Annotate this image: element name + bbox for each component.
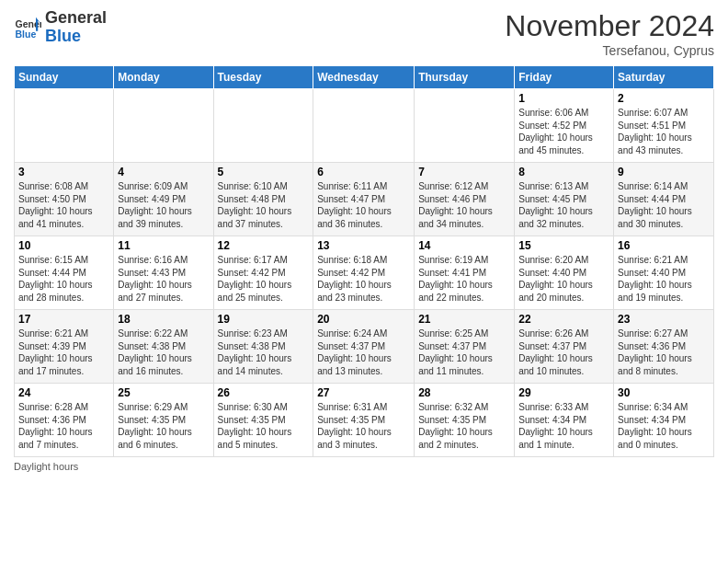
calendar-cell: 12Sunrise: 6:17 AM Sunset: 4:42 PM Dayli… bbox=[213, 236, 313, 310]
month-title: November 2024 bbox=[505, 9, 714, 43]
day-info: Sunrise: 6:09 AM Sunset: 4:49 PM Dayligh… bbox=[118, 180, 209, 230]
calendar-cell: 13Sunrise: 6:18 AM Sunset: 4:42 PM Dayli… bbox=[313, 236, 415, 310]
day-info: Sunrise: 6:08 AM Sunset: 4:50 PM Dayligh… bbox=[18, 180, 109, 230]
svg-text:Blue: Blue bbox=[16, 28, 37, 39]
calendar-cell: 9Sunrise: 6:14 AM Sunset: 4:44 PM Daylig… bbox=[614, 163, 714, 236]
day-info: Sunrise: 6:19 AM Sunset: 4:41 PM Dayligh… bbox=[418, 254, 510, 304]
calendar-cell: 20Sunrise: 6:24 AM Sunset: 4:37 PM Dayli… bbox=[313, 310, 415, 384]
day-number: 28 bbox=[418, 386, 510, 399]
calendar-cell: 7Sunrise: 6:12 AM Sunset: 4:46 PM Daylig… bbox=[415, 163, 515, 236]
day-info: Sunrise: 6:32 AM Sunset: 4:35 PM Dayligh… bbox=[418, 401, 510, 451]
day-number: 11 bbox=[118, 239, 209, 252]
calendar-cell: 19Sunrise: 6:23 AM Sunset: 4:38 PM Dayli… bbox=[213, 310, 313, 384]
day-info: Sunrise: 6:12 AM Sunset: 4:46 PM Dayligh… bbox=[418, 180, 510, 230]
calendar-dow-wednesday: Wednesday bbox=[313, 66, 415, 89]
day-number: 8 bbox=[518, 166, 609, 178]
day-info: Sunrise: 6:10 AM Sunset: 4:48 PM Dayligh… bbox=[218, 180, 310, 230]
day-info: Sunrise: 6:11 AM Sunset: 4:47 PM Dayligh… bbox=[317, 180, 410, 230]
subtitle: Tersefanou, Cyprus bbox=[505, 43, 714, 58]
calendar-cell: 18Sunrise: 6:22 AM Sunset: 4:38 PM Dayli… bbox=[114, 310, 213, 384]
day-info: Sunrise: 6:33 AM Sunset: 4:34 PM Dayligh… bbox=[518, 401, 609, 451]
calendar-cell: 27Sunrise: 6:31 AM Sunset: 4:35 PM Dayli… bbox=[313, 384, 415, 457]
day-info: Sunrise: 6:20 AM Sunset: 4:40 PM Dayligh… bbox=[518, 254, 609, 304]
calendar-cell: 11Sunrise: 6:16 AM Sunset: 4:43 PM Dayli… bbox=[114, 236, 213, 310]
day-info: Sunrise: 6:26 AM Sunset: 4:37 PM Dayligh… bbox=[518, 327, 609, 377]
day-number: 21 bbox=[418, 313, 510, 326]
day-number: 4 bbox=[118, 166, 209, 178]
calendar-cell: 8Sunrise: 6:13 AM Sunset: 4:45 PM Daylig… bbox=[515, 163, 614, 236]
calendar-week-3: 17Sunrise: 6:21 AM Sunset: 4:39 PM Dayli… bbox=[15, 310, 714, 384]
calendar-cell: 6Sunrise: 6:11 AM Sunset: 4:47 PM Daylig… bbox=[313, 163, 415, 236]
calendar-cell bbox=[114, 89, 213, 163]
day-info: Sunrise: 6:21 AM Sunset: 4:39 PM Dayligh… bbox=[18, 327, 109, 377]
logo: General Blue General Blue bbox=[14, 9, 107, 46]
day-number: 25 bbox=[118, 386, 209, 399]
calendar-cell: 3Sunrise: 6:08 AM Sunset: 4:50 PM Daylig… bbox=[15, 163, 114, 236]
daylight-label: Daylight hours bbox=[14, 461, 78, 472]
day-info: Sunrise: 6:06 AM Sunset: 4:52 PM Dayligh… bbox=[518, 107, 609, 156]
calendar-cell: 30Sunrise: 6:34 AM Sunset: 4:34 PM Dayli… bbox=[614, 384, 714, 457]
calendar-week-2: 10Sunrise: 6:15 AM Sunset: 4:44 PM Dayli… bbox=[15, 236, 714, 310]
day-number: 6 bbox=[317, 166, 410, 178]
day-number: 14 bbox=[418, 239, 510, 252]
day-info: Sunrise: 6:18 AM Sunset: 4:42 PM Dayligh… bbox=[317, 254, 410, 304]
day-number: 24 bbox=[18, 386, 109, 399]
calendar-cell: 28Sunrise: 6:32 AM Sunset: 4:35 PM Dayli… bbox=[415, 384, 515, 457]
day-info: Sunrise: 6:30 AM Sunset: 4:35 PM Dayligh… bbox=[218, 401, 310, 451]
calendar-table: SundayMondayTuesdayWednesdayThursdayFrid… bbox=[14, 65, 714, 457]
day-info: Sunrise: 6:15 AM Sunset: 4:44 PM Dayligh… bbox=[18, 254, 109, 304]
calendar-cell bbox=[213, 89, 313, 163]
logo-blue: Blue bbox=[45, 28, 107, 46]
day-number: 13 bbox=[317, 239, 410, 252]
calendar-cell: 10Sunrise: 6:15 AM Sunset: 4:44 PM Dayli… bbox=[15, 236, 114, 310]
calendar-cell: 2Sunrise: 6:07 AM Sunset: 4:51 PM Daylig… bbox=[614, 89, 714, 163]
footer-note: Daylight hours bbox=[14, 461, 714, 472]
day-info: Sunrise: 6:29 AM Sunset: 4:35 PM Dayligh… bbox=[118, 401, 209, 451]
page-container: General Blue General Blue November 2024 … bbox=[0, 0, 728, 481]
day-info: Sunrise: 6:17 AM Sunset: 4:42 PM Dayligh… bbox=[218, 254, 310, 304]
day-number: 27 bbox=[317, 386, 410, 399]
day-number: 5 bbox=[218, 166, 310, 178]
calendar-cell: 17Sunrise: 6:21 AM Sunset: 4:39 PM Dayli… bbox=[15, 310, 114, 384]
day-info: Sunrise: 6:34 AM Sunset: 4:34 PM Dayligh… bbox=[618, 401, 710, 451]
day-number: 7 bbox=[418, 166, 510, 178]
day-number: 1 bbox=[518, 92, 609, 105]
day-info: Sunrise: 6:07 AM Sunset: 4:51 PM Dayligh… bbox=[618, 107, 710, 156]
day-number: 30 bbox=[618, 386, 710, 399]
calendar-cell bbox=[313, 89, 415, 163]
day-number: 20 bbox=[317, 313, 410, 326]
logo-icon: General Blue bbox=[14, 14, 41, 41]
calendar-cell bbox=[415, 89, 515, 163]
calendar-cell: 21Sunrise: 6:25 AM Sunset: 4:37 PM Dayli… bbox=[415, 310, 515, 384]
day-number: 23 bbox=[618, 313, 710, 326]
calendar-cell: 26Sunrise: 6:30 AM Sunset: 4:35 PM Dayli… bbox=[213, 384, 313, 457]
calendar-week-4: 24Sunrise: 6:28 AM Sunset: 4:36 PM Dayli… bbox=[15, 384, 714, 457]
day-number: 3 bbox=[18, 166, 109, 178]
day-number: 19 bbox=[218, 313, 310, 326]
calendar-cell: 4Sunrise: 6:09 AM Sunset: 4:49 PM Daylig… bbox=[114, 163, 213, 236]
day-number: 17 bbox=[18, 313, 109, 326]
day-number: 12 bbox=[218, 239, 310, 252]
calendar-dow-friday: Friday bbox=[515, 66, 614, 89]
day-number: 26 bbox=[218, 386, 310, 399]
day-info: Sunrise: 6:24 AM Sunset: 4:37 PM Dayligh… bbox=[317, 327, 410, 377]
calendar-cell: 25Sunrise: 6:29 AM Sunset: 4:35 PM Dayli… bbox=[114, 384, 213, 457]
calendar-week-1: 3Sunrise: 6:08 AM Sunset: 4:50 PM Daylig… bbox=[15, 163, 714, 236]
calendar-cell: 23Sunrise: 6:27 AM Sunset: 4:36 PM Dayli… bbox=[614, 310, 714, 384]
title-section: November 2024 Tersefanou, Cyprus bbox=[505, 9, 714, 58]
day-info: Sunrise: 6:21 AM Sunset: 4:40 PM Dayligh… bbox=[618, 254, 710, 304]
day-info: Sunrise: 6:22 AM Sunset: 4:38 PM Dayligh… bbox=[118, 327, 209, 377]
logo-text: General Blue bbox=[45, 9, 107, 46]
calendar-dow-thursday: Thursday bbox=[415, 66, 515, 89]
calendar-header-row: SundayMondayTuesdayWednesdayThursdayFrid… bbox=[15, 66, 714, 89]
calendar-dow-saturday: Saturday bbox=[614, 66, 714, 89]
day-info: Sunrise: 6:25 AM Sunset: 4:37 PM Dayligh… bbox=[418, 327, 510, 377]
day-info: Sunrise: 6:13 AM Sunset: 4:45 PM Dayligh… bbox=[518, 180, 609, 230]
calendar-week-0: 1Sunrise: 6:06 AM Sunset: 4:52 PM Daylig… bbox=[15, 89, 714, 163]
calendar-cell: 14Sunrise: 6:19 AM Sunset: 4:41 PM Dayli… bbox=[415, 236, 515, 310]
day-number: 29 bbox=[518, 386, 609, 399]
calendar-cell: 16Sunrise: 6:21 AM Sunset: 4:40 PM Dayli… bbox=[614, 236, 714, 310]
header: General Blue General Blue November 2024 … bbox=[14, 9, 714, 58]
day-info: Sunrise: 6:27 AM Sunset: 4:36 PM Dayligh… bbox=[618, 327, 710, 377]
calendar-cell: 5Sunrise: 6:10 AM Sunset: 4:48 PM Daylig… bbox=[213, 163, 313, 236]
